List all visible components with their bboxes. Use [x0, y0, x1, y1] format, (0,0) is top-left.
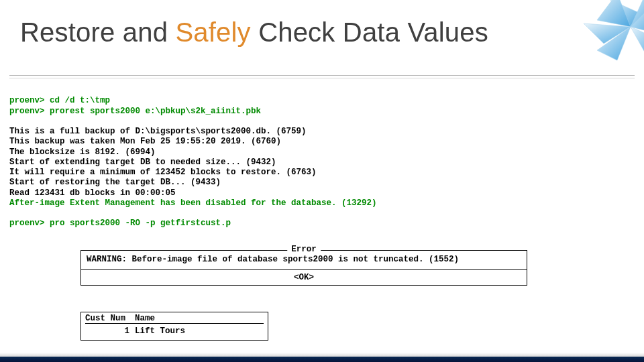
decorative-burst-icon [537, 0, 644, 67]
table-row: 1 Lift Tours [81, 325, 268, 340]
output-line: After-image Extent Management has been d… [9, 198, 377, 208]
ok-button[interactable]: <OK> [87, 270, 521, 284]
divider [9, 75, 635, 76]
divider [9, 78, 635, 78]
column-header: Cust Num [85, 314, 135, 324]
command-text: prorest sports2000 e:\pbkup\s2k_aiinit.p… [45, 107, 262, 116]
command-text: pro sports2000 -RO -p getfirstcust.p [45, 219, 231, 228]
output-line: This is a full backup of D:\bigsports\sp… [9, 127, 307, 136]
prompt: proenv> [9, 107, 45, 116]
prompt: proenv> [9, 219, 45, 228]
prompt: proenv> [9, 96, 45, 105]
output-line: Read 123431 db blocks in 00:00:05 [9, 188, 176, 198]
svg-marker-5 [631, 27, 644, 57]
terminal-output: proenv> cd /d t:\tmp proenv> prorest spo… [9, 86, 635, 239]
result-table: Cust Num Name 1 Lift Tours [80, 312, 268, 341]
output-line: This backup was taken Mon Feb 25 19:55:2… [9, 137, 281, 146]
cell-custnum: 1 [85, 326, 135, 336]
output-line: The blocksize is 8192. (6994) [9, 147, 156, 157]
title-pre: Restore and [20, 17, 175, 47]
error-dialog: Error WARNING: Before-image file of data… [80, 250, 527, 286]
output-line: Start of restoring the target DB... (943… [9, 178, 221, 187]
svg-marker-3 [631, 3, 644, 34]
command-text: cd /d t:\tmp [45, 96, 111, 105]
svg-marker-2 [631, 0, 644, 27]
cell-name: Lift Tours [135, 326, 264, 336]
error-title: Error [287, 245, 321, 254]
error-message: WARNING: Before-image file of database s… [87, 253, 521, 267]
svg-marker-1 [597, 0, 631, 27]
footer-bar [0, 357, 644, 362]
svg-marker-6 [597, 27, 631, 60]
svg-marker-0 [610, 0, 641, 27]
svg-marker-4 [584, 23, 631, 44]
title-post: Check Data Values [251, 17, 488, 47]
column-header: Name [135, 314, 264, 324]
page-title: Restore and Safely Check Data Values [20, 17, 488, 48]
output-line: Start of extending target DB to needed s… [9, 158, 276, 167]
output-line: It will require a minimum of 123452 bloc… [9, 168, 317, 177]
title-accent: Safely [175, 17, 250, 47]
